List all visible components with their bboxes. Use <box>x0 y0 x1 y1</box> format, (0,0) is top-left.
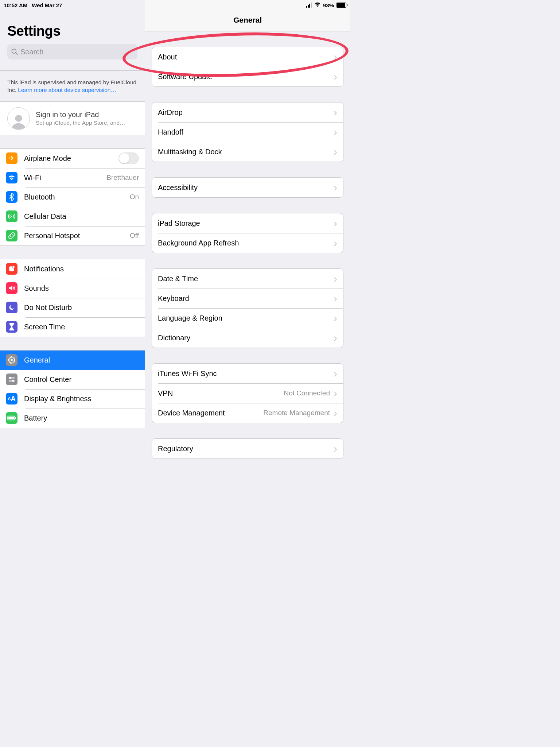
sidebar-item-sounds[interactable]: Sounds <box>0 279 145 298</box>
detail-item-date-time[interactable]: Date & Time› <box>152 269 343 289</box>
sidebar-item-screen-time[interactable]: Screen Time <box>0 317 145 337</box>
sidebar-item-battery[interactable]: Battery <box>0 409 145 428</box>
airplane-toggle[interactable] <box>118 152 139 164</box>
detail-item-keyboard[interactable]: Keyboard› <box>152 289 343 308</box>
signin-title: Sign in to your iPad <box>36 111 125 119</box>
detail-item-device-mgmt[interactable]: Device ManagementRemote Management› <box>152 403 343 423</box>
detail-group-storage: iPad Storage› Background App Refresh› <box>152 213 343 253</box>
text-size-icon: AA <box>6 393 18 405</box>
sign-in-row[interactable]: Sign in to your iPad Set up iCloud, the … <box>0 102 145 135</box>
bluetooth-icon <box>6 191 18 203</box>
chevron-right-icon: › <box>334 127 337 138</box>
detail-item-multitasking[interactable]: Multitasking & Dock› <box>152 142 343 162</box>
svg-point-2 <box>15 115 22 122</box>
chevron-right-icon: › <box>334 332 337 343</box>
search-placeholder: Search <box>20 48 43 56</box>
sidebar-group-notifications: Notifications Sounds Do Not Disturb Scre… <box>0 259 145 337</box>
chevron-right-icon: › <box>334 273 337 284</box>
sidebar-item-display[interactable]: AA Display & Brightness <box>0 389 145 409</box>
moon-icon <box>6 302 18 313</box>
chevron-right-icon: › <box>334 218 337 229</box>
chevron-right-icon: › <box>334 388 337 399</box>
chevron-right-icon: › <box>334 71 337 82</box>
wifi-icon <box>314 2 321 8</box>
sidebar-group-device: General Control Center AA Display & Brig… <box>0 350 145 428</box>
svg-point-3 <box>11 216 12 217</box>
detail-group-regulatory: Regulatory› <box>152 438 343 459</box>
detail-item-handoff[interactable]: Handoff› <box>152 122 343 142</box>
detail-title: General <box>233 16 262 24</box>
detail-item-about[interactable]: About› <box>152 47 343 67</box>
svg-point-9 <box>9 377 11 379</box>
status-bar: 10:52 AM Wed Mar 27 93% <box>0 0 350 10</box>
detail-item-ipad-storage[interactable]: iPad Storage› <box>152 213 343 233</box>
chevron-right-icon: › <box>334 293 337 304</box>
status-date: Wed Mar 27 <box>32 2 62 8</box>
chevron-right-icon: › <box>334 107 337 118</box>
chevron-right-icon: › <box>334 237 337 248</box>
sidebar-item-notifications[interactable]: Notifications <box>0 259 145 279</box>
svg-line-1 <box>16 53 18 55</box>
gear-icon <box>6 354 18 366</box>
chevron-right-icon: › <box>334 368 337 379</box>
battery-icon <box>336 3 346 8</box>
search-icon <box>11 48 18 55</box>
chevron-right-icon: › <box>334 443 337 454</box>
detail-item-regulatory[interactable]: Regulatory› <box>152 439 343 458</box>
svg-rect-13 <box>15 417 16 419</box>
detail-item-dictionary[interactable]: Dictionary› <box>152 328 343 348</box>
detail-item-itunes-sync[interactable]: iTunes Wi-Fi Sync› <box>152 364 343 383</box>
supervision-link[interactable]: Learn more about device supervision… <box>18 87 116 93</box>
search-input[interactable]: Search <box>7 44 137 59</box>
battery-icon <box>6 412 18 424</box>
cellular-signal-icon <box>306 3 312 8</box>
sidebar-item-control-center[interactable]: Control Center <box>0 370 145 389</box>
detail-group-locale: Date & Time› Keyboard› Language & Region… <box>152 268 343 348</box>
chevron-right-icon: › <box>334 313 337 324</box>
detail-item-software-update[interactable]: Software Update› <box>152 67 343 86</box>
hourglass-icon <box>6 321 18 333</box>
settings-sidebar: Settings Search This iPad is supervised … <box>0 0 145 467</box>
detail-group-about: About› Software Update› <box>152 47 343 87</box>
sidebar-item-wifi[interactable]: Wi-Fi Bretthauer <box>0 168 145 187</box>
bell-icon <box>6 263 18 275</box>
chevron-right-icon: › <box>334 146 337 157</box>
wifi-icon <box>6 172 18 183</box>
sidebar-item-hotspot[interactable]: Personal Hotspot Off <box>0 226 145 245</box>
sidebar-item-general[interactable]: General <box>0 351 145 370</box>
speaker-icon <box>6 282 18 294</box>
switches-icon <box>6 374 18 385</box>
sidebar-group-connectivity: ✈︎ Airplane Mode Wi-Fi Bretthauer Blueto… <box>0 148 145 246</box>
sidebar-item-dnd[interactable]: Do Not Disturb <box>0 298 145 317</box>
antenna-icon <box>6 210 18 222</box>
detail-group-management: iTunes Wi-Fi Sync› VPNNot Connected› Dev… <box>152 363 343 423</box>
detail-item-vpn[interactable]: VPNNot Connected› <box>152 383 343 403</box>
page-title: Settings <box>7 23 137 39</box>
sidebar-item-bluetooth[interactable]: Bluetooth On <box>0 187 145 207</box>
chevron-right-icon: › <box>334 51 337 62</box>
battery-percentage: 93% <box>323 2 334 8</box>
detail-group-accessibility: Accessibility› <box>152 177 343 198</box>
link-icon <box>6 230 18 241</box>
airplane-icon: ✈︎ <box>6 152 18 164</box>
avatar-icon <box>7 107 30 130</box>
svg-point-11 <box>12 380 15 382</box>
status-time: 10:52 AM <box>4 2 27 8</box>
signin-subtitle: Set up iCloud, the App Store, and… <box>36 120 125 126</box>
sidebar-item-airplane-mode[interactable]: ✈︎ Airplane Mode <box>0 149 145 168</box>
svg-point-7 <box>11 359 13 361</box>
detail-group-airdrop: AirDrop› Handoff› Multitasking & Dock› <box>152 102 343 162</box>
sidebar-item-cellular[interactable]: Cellular Data <box>0 207 145 226</box>
chevron-right-icon: › <box>334 182 337 193</box>
svg-point-5 <box>12 266 15 268</box>
detail-item-airdrop[interactable]: AirDrop› <box>152 102 343 122</box>
detail-item-language[interactable]: Language & Region› <box>152 308 343 328</box>
svg-rect-14 <box>8 417 14 419</box>
detail-item-accessibility[interactable]: Accessibility› <box>152 178 343 197</box>
supervision-note: This iPad is supervised and managed by F… <box>0 71 145 102</box>
detail-item-bg-refresh[interactable]: Background App Refresh› <box>152 233 343 253</box>
chevron-right-icon: › <box>334 407 337 418</box>
detail-pane: General About› Software Update› AirDrop›… <box>145 0 350 467</box>
